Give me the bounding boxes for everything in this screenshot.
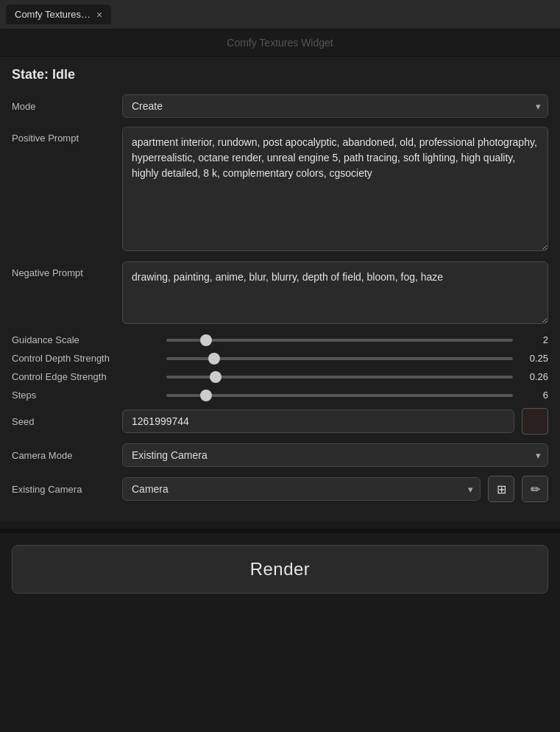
negative-prompt-label: Negative Prompt (12, 261, 115, 278)
tab-title: Comfy Textures… (15, 9, 91, 20)
tab-bar: Comfy Textures… × (0, 0, 560, 29)
guidance-scale-slider[interactable] (166, 339, 513, 342)
camera-mode-select-wrapper: Existing Camera Active Camera New Camera… (122, 443, 548, 467)
guidance-scale-row: Guidance Scale 2 (12, 334, 548, 345)
active-tab[interactable]: Comfy Textures… × (6, 4, 111, 24)
control-depth-strength-row: Control Depth Strength 0.25 (12, 353, 548, 364)
mode-row: Mode Create Edit Inpaint ▾ (12, 94, 548, 118)
control-depth-strength-value: 0.25 (520, 353, 548, 364)
widget-title: Comfy Textures Widget (227, 37, 333, 49)
seed-label: Seed (12, 416, 115, 427)
steps-value: 6 (520, 390, 548, 401)
guidance-scale-label: Guidance Scale (12, 334, 159, 345)
mode-select-wrapper: Create Edit Inpaint ▾ (122, 94, 548, 118)
state-label: State: Idle (12, 67, 548, 82)
control-edge-strength-slider[interactable] (166, 376, 513, 379)
existing-camera-select-wrapper: Camera Camera.001 Camera.002 ▾ (122, 477, 481, 501)
render-button[interactable]: Render (12, 545, 548, 594)
seed-input[interactable] (122, 409, 514, 433)
mode-label: Mode (12, 101, 115, 112)
positive-prompt-input[interactable] (122, 127, 548, 251)
negative-prompt-row: Negative Prompt (12, 261, 548, 324)
steps-label: Steps (12, 390, 159, 401)
widget-title-bar: Comfy Textures Widget (0, 29, 560, 57)
camera-mode-select[interactable]: Existing Camera Active Camera New Camera (122, 443, 548, 467)
control-edge-strength-label: Control Edge Strength (12, 371, 159, 382)
existing-camera-select[interactable]: Camera Camera.001 Camera.002 (122, 477, 481, 501)
control-edge-strength-value: 0.26 (520, 371, 548, 382)
steps-row: Steps 6 (12, 390, 548, 401)
steps-slider[interactable] (166, 394, 513, 397)
control-depth-strength-label: Control Depth Strength (12, 353, 159, 364)
existing-camera-label: Existing Camera (12, 484, 115, 495)
positive-prompt-label: Positive Prompt (12, 127, 115, 144)
seed-row: Seed (12, 408, 548, 434)
negative-prompt-input[interactable] (122, 261, 548, 324)
tab-close-button[interactable]: × (96, 10, 102, 20)
screenshot-button[interactable]: ⊞ (488, 476, 514, 502)
positive-prompt-row: Positive Prompt (12, 127, 548, 251)
divider (0, 529, 560, 533)
control-depth-strength-slider[interactable] (166, 357, 513, 360)
camera-mode-label: Camera Mode (12, 450, 115, 461)
eyedropper-icon: ✏ (531, 482, 540, 496)
eyedropper-button[interactable]: ✏ (522, 476, 548, 502)
mode-select[interactable]: Create Edit Inpaint (122, 94, 548, 118)
main-container: State: Idle Mode Create Edit Inpaint ▾ P… (0, 57, 560, 521)
control-edge-strength-row: Control Edge Strength 0.26 (12, 371, 548, 382)
camera-mode-row: Camera Mode Existing Camera Active Camer… (12, 443, 548, 467)
screenshot-icon: ⊞ (497, 482, 506, 496)
existing-camera-row: Existing Camera Camera Camera.001 Camera… (12, 476, 548, 502)
seed-color-picker[interactable] (522, 408, 548, 434)
guidance-scale-value: 2 (520, 334, 548, 345)
